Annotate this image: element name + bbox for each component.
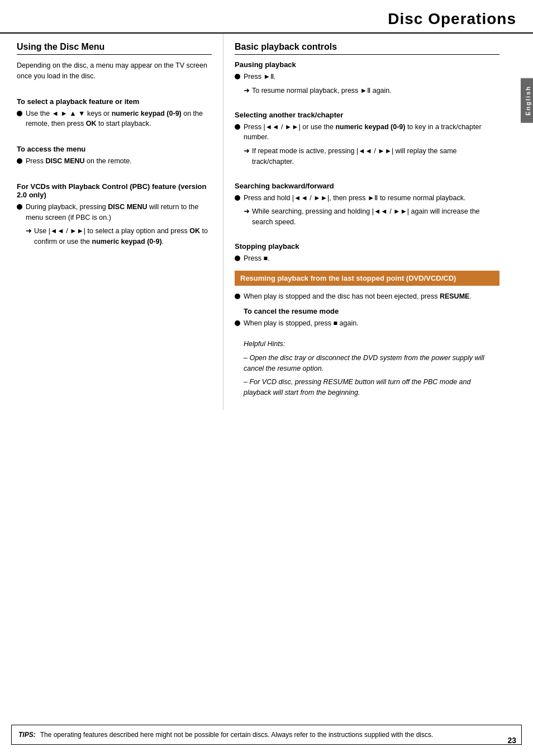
bullet-pausing-text: Press ►Ⅱ. [244, 72, 499, 82]
left-section-title: Using the Disc Menu [17, 42, 212, 55]
page-number: 23 [507, 736, 516, 745]
arrow-symbol: ➜ [26, 226, 32, 235]
subsection-access-menu: To access the menu Press DISC MENU on th… [17, 145, 212, 167]
bullet-dot-resume [235, 294, 240, 299]
subsection-pbc-heading: For VCDs with Playback Control (PBC) fea… [17, 182, 212, 199]
bullet-pbc-text: During playback, pressing DISC MENU will… [26, 202, 212, 223]
bullet-searching-text: Press and hold |◄◄ / ►►|, then press ►Ⅱ … [244, 193, 499, 204]
subsection-pausing: Pausing playback Press ►Ⅱ. ➜ To resume n… [235, 60, 499, 96]
arrow-pbc-text: Use |◄◄ / ►►| to select a play option an… [34, 226, 212, 247]
bullet-dot-stopping [235, 256, 240, 261]
bullet-access-menu-text: Press DISC MENU on the remote. [26, 156, 212, 167]
subsection-select-playback: To select a playback feature or item Use… [17, 97, 212, 130]
tips-text: The operating features described here mi… [40, 730, 434, 740]
bullet-stopping-text: Press ■. [244, 253, 499, 264]
selecting-track-heading: Selecting another track/chapter [235, 111, 499, 119]
hint-2: – For VCD disc, pressing RESUME button w… [244, 377, 499, 398]
subsection-select-playback-heading: To select a playback feature or item [17, 97, 212, 106]
subsection-access-menu-heading: To access the menu [17, 145, 212, 153]
subsection-searching: Searching backward/forward Press and hol… [235, 182, 499, 228]
arrow-track: ➜ If repeat mode is active, pressing |◄◄… [244, 146, 499, 167]
arrow-sym-searching: ➜ [244, 207, 250, 215]
bullet-selecting-track: Press |◄◄ / ►►| or use the numeric keypa… [235, 122, 499, 143]
hints-heading: Helpful Hints: [244, 339, 499, 349]
arrow-searching: ➜ While searching, pressing and holding … [244, 206, 499, 228]
bullet-cancel-resume-text: When play is stopped, press ■ again. [244, 318, 499, 329]
tips-bar: TIPS: The operating features described h… [11, 725, 522, 745]
arrow-pausing-text: To resume normal playback, press ►Ⅱ agai… [252, 86, 499, 96]
right-column: Basic playback controls Pausing playback… [223, 34, 516, 410]
page-wrapper: Disc Operations English Using the Disc M… [0, 0, 533, 756]
resume-section: When play is stopped and the disc has no… [235, 291, 499, 398]
bullet-dot [17, 111, 22, 116]
page-title: Disc Operations [388, 10, 516, 27]
subsection-pbc: For VCDs with Playback Control (PBC) fea… [17, 182, 212, 247]
bullet-cancel-resume: When play is stopped, press ■ again. [235, 318, 499, 329]
bullet-access-menu: Press DISC MENU on the remote. [17, 156, 212, 167]
highlight-box: Resuming playback from the last stopped … [235, 271, 499, 286]
bullet-dot-searching [235, 195, 240, 201]
bullet-select-playback-text: Use the ◄ ► ▲ ▼ keys or numeric keypad (… [26, 108, 212, 130]
bullet-resume-text: When play is stopped and the disc has no… [244, 291, 499, 302]
bullet-select-playback: Use the ◄ ► ▲ ▼ keys or numeric keypad (… [17, 108, 212, 130]
bullet-pbc: During playback, pressing DISC MENU will… [17, 202, 212, 223]
main-content: Using the Disc Menu Depending on the dis… [0, 34, 533, 410]
bullet-stopping: Press ■. [235, 253, 499, 264]
arrow-sym-pausing: ➜ [244, 86, 250, 94]
bullet-pausing: Press ►Ⅱ. [235, 72, 499, 82]
stopping-heading: Stopping playback [235, 242, 499, 251]
bullet-dot-track [235, 124, 240, 130]
bullet-dot-cancel [235, 320, 240, 326]
subsection-selecting-track: Selecting another track/chapter Press |◄… [235, 111, 499, 167]
bullet-selecting-track-text: Press |◄◄ / ►►| or use the numeric keypa… [244, 122, 499, 143]
arrow-pausing: ➜ To resume normal playback, press ►Ⅱ ag… [244, 86, 499, 96]
english-side-tab: English [521, 78, 533, 123]
subsection-stopping: Stopping playback Press ■. [235, 242, 499, 264]
arrow-sym-track: ➜ [244, 147, 250, 155]
cancel-resume-heading: To cancel the resume mode [244, 307, 499, 315]
bullet-searching: Press and hold |◄◄ / ►►|, then press ►Ⅱ … [235, 193, 499, 204]
right-section-title: Basic playback controls [235, 42, 499, 55]
bullet-resume: When play is stopped and the disc has no… [235, 291, 499, 302]
hint-1: – Open the disc tray or disconnect the D… [244, 353, 499, 374]
arrow-searching-text: While searching, pressing and holding |◄… [252, 206, 499, 228]
bullet-dot-pausing [235, 74, 240, 79]
tips-label: TIPS: [18, 730, 36, 740]
bullet-dot-3 [17, 204, 22, 210]
searching-heading: Searching backward/forward [235, 182, 499, 190]
arrow-track-text: If repeat mode is active, pressing |◄◄ /… [252, 146, 499, 167]
arrow-pbc: ➜ Use |◄◄ / ►►| to select a play option … [26, 226, 212, 247]
pausing-heading: Pausing playback [235, 60, 499, 69]
left-column: Using the Disc Menu Depending on the dis… [11, 34, 223, 410]
left-intro: Depending on the disc, a menu may appear… [17, 60, 212, 82]
page-header: Disc Operations [0, 0, 533, 34]
bullet-dot-2 [17, 158, 22, 164]
